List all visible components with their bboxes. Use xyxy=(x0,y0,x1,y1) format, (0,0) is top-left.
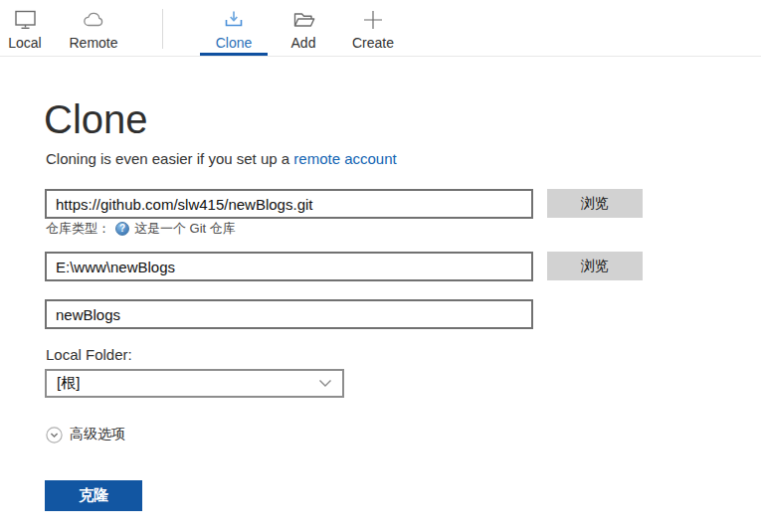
clone-button[interactable]: 克隆 xyxy=(45,480,142,511)
local-folder-label: Local Folder: xyxy=(46,346,132,363)
repo-type-row: 仓库类型： ? 这是一个 Git 仓库 xyxy=(46,220,236,238)
local-folder-select[interactable]: [根] xyxy=(45,369,344,398)
tab-create-label: Create xyxy=(352,35,394,51)
active-tab-underline xyxy=(200,53,268,56)
remote-account-link[interactable]: remote account xyxy=(293,150,396,167)
bookmark-name-input[interactable] xyxy=(45,299,533,329)
clone-window: Local Remote Clone xyxy=(0,0,761,532)
cloud-icon xyxy=(81,6,106,33)
folder-open-icon xyxy=(290,6,316,33)
subtitle-text: Cloning is even easier if you set up a xyxy=(46,150,293,167)
local-folder-value: [根] xyxy=(57,374,80,393)
tab-add[interactable]: Add xyxy=(278,6,329,54)
source-url-input[interactable] xyxy=(45,189,533,219)
help-icon: ? xyxy=(115,222,129,236)
tab-clone[interactable]: Clone xyxy=(202,6,266,54)
destination-path-input[interactable] xyxy=(45,252,533,281)
monitor-icon xyxy=(12,6,38,33)
browse-source-button[interactable]: 浏览 xyxy=(547,189,643,218)
tab-remote[interactable]: Remote xyxy=(64,6,123,54)
tab-add-label: Add xyxy=(291,35,316,51)
advanced-options-toggle[interactable]: 高级选项 xyxy=(46,426,125,443)
subtitle: Cloning is even easier if you set up a r… xyxy=(46,150,397,167)
repo-type-status: 这是一个 Git 仓库 xyxy=(134,220,236,238)
toolbar-separator xyxy=(162,9,163,49)
chevron-circle-icon xyxy=(46,427,63,443)
advanced-options-label: 高级选项 xyxy=(70,426,125,443)
tab-local-label: Local xyxy=(8,35,41,51)
repo-type-label: 仓库类型： xyxy=(46,220,110,238)
page-title: Clone xyxy=(44,97,148,141)
tab-clone-label: Clone xyxy=(216,35,253,51)
browse-destination-button[interactable]: 浏览 xyxy=(547,252,643,280)
toolbar: Local Remote Clone xyxy=(0,0,761,57)
plus-icon xyxy=(360,6,386,33)
tab-local[interactable]: Local xyxy=(0,6,50,54)
chevron-down-icon xyxy=(318,379,332,388)
download-icon xyxy=(221,6,247,33)
tab-remote-label: Remote xyxy=(69,35,117,51)
tab-create[interactable]: Create xyxy=(343,6,403,54)
